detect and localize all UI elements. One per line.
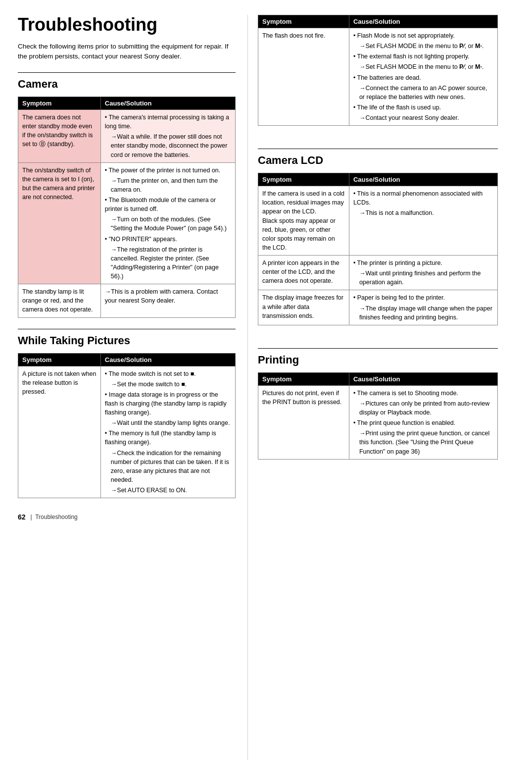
lcd-section-title: Camera LCD xyxy=(258,154,498,167)
solution-cell: • Flash Mode is not set appropriately. S… xyxy=(349,28,497,126)
pictures-table-solution-header: Cause/Solution xyxy=(100,353,235,366)
symptom-cell: The on/standby switch of the camera is s… xyxy=(18,162,101,284)
table-row: The flash does not fire. • Flash Mode is… xyxy=(258,28,498,126)
symptom-cell: If the camera is used in a cold location… xyxy=(258,186,349,256)
symptom-cell: A picture is not taken when the release … xyxy=(18,366,101,498)
footer-label: | Troubleshooting xyxy=(31,514,78,520)
camera-table-solution-header: Cause/Solution xyxy=(100,97,235,110)
table-row: The on/standby switch of the camera is s… xyxy=(18,162,236,284)
lcd-table-symptom-header: Symptom xyxy=(258,173,349,186)
flash-table-symptom-header: Symptom xyxy=(258,15,349,28)
lcd-table-solution-header: Cause/Solution xyxy=(349,173,497,186)
printing-divider xyxy=(258,348,498,349)
symptom-cell: The flash does not fire. xyxy=(258,28,349,126)
printing-section-title: Printing xyxy=(258,354,498,366)
camera-divider xyxy=(18,72,236,73)
table-row: A printer icon appears in the center of … xyxy=(258,256,498,290)
symptom-cell: Pictures do not print, even if the PRINT… xyxy=(258,385,349,459)
table-row: A picture is not taken when the release … xyxy=(18,366,236,498)
printing-table-symptom-header: Symptom xyxy=(258,372,349,385)
symptom-cell: A printer icon appears in the center of … xyxy=(258,256,349,290)
solution-cell: • Paper is being fed to the printer. The… xyxy=(349,290,497,325)
pictures-table-symptom-header: Symptom xyxy=(18,353,101,366)
flash-table-solution-header: Cause/Solution xyxy=(349,15,497,28)
camera-section-title: Camera xyxy=(18,78,236,91)
printing-table-solution-header: Cause/Solution xyxy=(349,372,497,385)
printing-table: Symptom Cause/Solution Pictures do not p… xyxy=(258,372,498,460)
page-title: Troubleshooting xyxy=(18,15,236,35)
pictures-divider xyxy=(18,329,236,329)
table-row: If the camera is used in a cold location… xyxy=(258,186,498,256)
solution-cell: • The mode switch is not set to ■. Set t… xyxy=(100,366,235,498)
table-row: The display image freezes for a while af… xyxy=(258,290,498,325)
symptom-cell: The camera does not enter standby mode e… xyxy=(18,110,101,163)
solution-cell: • The camera is set to Shooting mode. Pi… xyxy=(349,385,497,459)
solution-cell: • This is a normal phenomenon associated… xyxy=(349,186,497,256)
intro-text: Check the following items prior to submi… xyxy=(18,42,236,62)
solution-cell: • The camera's internal processing is ta… xyxy=(100,110,235,163)
table-row: The camera does not enter standby mode e… xyxy=(18,110,236,163)
pictures-section-title: While Taking Pictures xyxy=(18,334,236,347)
solution-cell: • The power of the printer is not turned… xyxy=(100,162,235,284)
page-number: 62 xyxy=(18,513,26,521)
solution-cell: This is a problem with camera. Contact y… xyxy=(100,284,235,317)
lcd-divider xyxy=(258,149,498,149)
camera-table-symptom-header: Symptom xyxy=(18,97,101,110)
flash-table: Symptom Cause/Solution The flash does no… xyxy=(258,15,498,126)
symptom-cell: The display image freezes for a while af… xyxy=(258,290,349,325)
table-row: Pictures do not print, even if the PRINT… xyxy=(258,385,498,459)
camera-table: Symptom Cause/Solution The camera does n… xyxy=(18,97,236,318)
pictures-table: Symptom Cause/Solution A picture is not … xyxy=(18,353,236,499)
solution-cell: • The printer is printing a picture. Wai… xyxy=(349,256,497,290)
lcd-table: Symptom Cause/Solution If the camera is … xyxy=(258,173,498,325)
symptom-cell: The standby lamp is lit orange or red, a… xyxy=(18,284,101,317)
page-footer: 62 | Troubleshooting xyxy=(18,513,236,521)
table-row: The standby lamp is lit orange or red, a… xyxy=(18,284,236,317)
